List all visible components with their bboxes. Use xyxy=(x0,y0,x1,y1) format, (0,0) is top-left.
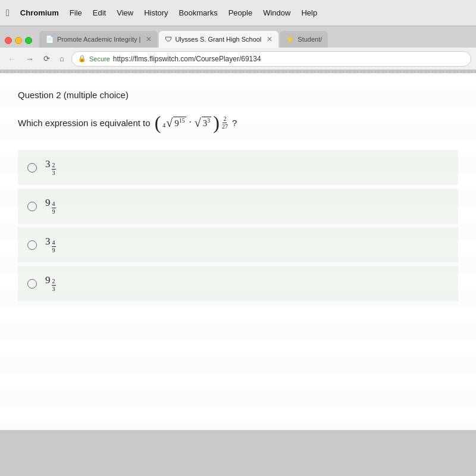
tab-bar: 📄 Promote Academic Integrity | ✕ 🛡 Ulyss… xyxy=(0,26,476,48)
home-button[interactable]: ⌂ xyxy=(56,53,68,65)
maximize-window-button[interactable] xyxy=(25,37,32,44)
choice-b-base: 9 xyxy=(45,197,51,209)
choice-b-row: 9 4 9 xyxy=(18,189,458,224)
choice-d-base: 9 xyxy=(45,274,51,286)
tab-student-label: Student/ xyxy=(298,36,322,43)
choice-b-label: 9 4 9 xyxy=(45,197,56,215)
math-expression: ( 4 √ 915 · √ 33 ) 2 27 xyxy=(154,113,228,132)
question-prefix: Which expression is equivalent to xyxy=(18,118,151,128)
left-paren: ( xyxy=(155,113,161,132)
forward-button[interactable]: → xyxy=(23,52,37,66)
radical-symbol-1: √ xyxy=(166,117,173,129)
menu-view[interactable]: View xyxy=(117,8,133,17)
right-paren: ) xyxy=(213,113,220,132)
choice-c-row: 3 4 9 xyxy=(18,227,458,262)
choice-b-den: 9 xyxy=(52,208,56,215)
menu-edit[interactable]: Edit xyxy=(93,8,106,17)
question-title: Question 2 (multiple choice) xyxy=(18,90,458,100)
choice-d-den: 3 xyxy=(52,286,56,293)
choice-d-radio[interactable] xyxy=(27,279,37,289)
choice-a-base: 3 xyxy=(45,158,51,170)
choice-a-exponent: 2 3 xyxy=(52,162,56,177)
radical-content-2: 33 xyxy=(202,117,212,129)
tab-promote[interactable]: 📄 Promote Academic Integrity | ✕ xyxy=(39,31,158,48)
main-content: Question 2 (multiple choice) Which expre… xyxy=(0,73,476,430)
secure-icon: 🔒 xyxy=(78,55,86,62)
choice-c-num: 4 xyxy=(52,239,56,247)
radical-content-1: 915 xyxy=(173,117,186,129)
choice-c-radio[interactable] xyxy=(27,240,37,250)
choices-list: 3 2 3 9 4 9 3 4 xyxy=(18,150,458,305)
exponent-numerator: 2 xyxy=(223,115,227,123)
choice-c-exponent: 4 9 xyxy=(52,239,56,254)
back-button[interactable]: ← xyxy=(5,52,19,66)
title-bar:  Chromium File Edit View History Bookma… xyxy=(0,0,476,26)
choice-a-den: 3 xyxy=(52,170,56,177)
fourth-root: 4 √ 915 xyxy=(162,117,186,129)
tab-grant-label: Ulysses S. Grant High School xyxy=(175,36,261,43)
square-root: √ 33 xyxy=(195,117,211,129)
choice-d-row: 9 2 3 xyxy=(18,266,458,301)
traffic-lights xyxy=(5,37,32,44)
multiply-dot: · xyxy=(189,117,192,128)
choice-a-label: 3 2 3 xyxy=(45,158,56,177)
choice-c-base: 3 xyxy=(45,236,51,248)
choice-d-label: 9 2 3 xyxy=(45,274,56,293)
menu-people[interactable]: People xyxy=(228,8,252,17)
question-mark: ? xyxy=(232,118,237,128)
tab-promote-close[interactable]: ✕ xyxy=(146,35,152,43)
url-text: https://flms.flipswitch.com/CoursePlayer… xyxy=(113,55,261,63)
menu-bookmarks[interactable]: Bookmarks xyxy=(179,8,218,17)
menu-help[interactable]: Help xyxy=(301,8,317,17)
choice-b-exponent: 4 9 xyxy=(52,201,56,215)
tab-grant-close[interactable]: ✕ xyxy=(267,35,273,43)
apple-logo-icon:  xyxy=(6,8,10,18)
choice-b-radio[interactable] xyxy=(27,202,37,211)
menu-bar: Chromium File Edit View History Bookmark… xyxy=(20,8,317,17)
menu-window[interactable]: Window xyxy=(263,8,290,17)
choice-d-exponent: 2 3 xyxy=(52,278,56,293)
radical-symbol-2: √ xyxy=(195,117,201,129)
refresh-button[interactable]: ⟳ xyxy=(40,53,52,65)
minimize-window-button[interactable] xyxy=(15,37,22,44)
menu-history[interactable]: History xyxy=(144,8,168,17)
tab-promote-label: Promote Academic Integrity | xyxy=(57,36,140,43)
exponent-denominator: 27 xyxy=(221,123,228,130)
menu-chromium[interactable]: Chromium xyxy=(20,8,59,17)
promote-tab-icon: 📄 xyxy=(45,35,54,43)
menu-file[interactable]: File xyxy=(70,8,82,17)
address-bar: ← → ⟳ ⌂ 🔒 Secure https://flms.flipswitch… xyxy=(0,48,476,70)
url-bar[interactable]: 🔒 Secure https://flms.flipswitch.com/Cou… xyxy=(71,51,471,67)
choice-a-row: 3 2 3 xyxy=(18,150,458,185)
main-exponent: 2 27 xyxy=(221,115,228,130)
choice-d-num: 2 xyxy=(52,278,56,286)
choice-b-num: 4 xyxy=(52,201,56,208)
question-text: Which expression is equivalent to ( 4 √ … xyxy=(18,113,458,132)
choice-c-den: 9 xyxy=(52,247,56,254)
radical-index-4: 4 xyxy=(162,122,165,129)
grant-tab-icon: 🛡 xyxy=(165,35,172,43)
close-window-button[interactable] xyxy=(5,37,12,44)
choice-a-num: 2 xyxy=(52,162,56,170)
tab-grant[interactable]: 🛡 Ulysses S. Grant High School ✕ xyxy=(159,31,278,48)
tab-student[interactable]: ⚡ Student/ xyxy=(280,31,328,48)
secure-label: Secure xyxy=(89,55,110,62)
student-tab-icon: ⚡ xyxy=(286,35,295,43)
choice-c-label: 3 4 9 xyxy=(45,236,56,254)
choice-a-radio[interactable] xyxy=(27,163,37,173)
